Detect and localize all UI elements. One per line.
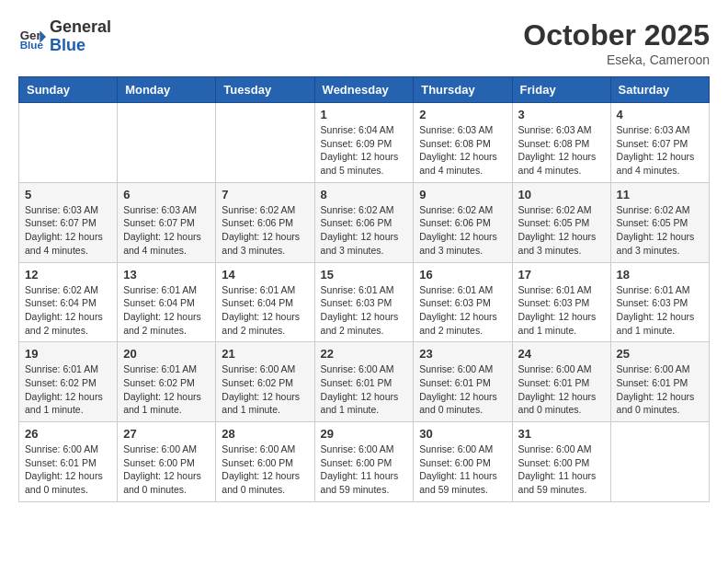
calendar-cell: 14Sunrise: 6:01 AM Sunset: 6:04 PM Dayli… [216, 262, 314, 342]
day-info: Sunrise: 6:00 AM Sunset: 6:00 PM Dayligh… [222, 442, 308, 497]
week-row-3: 12Sunrise: 6:02 AM Sunset: 6:04 PM Dayli… [19, 262, 710, 342]
page-header: Gen Blue General Blue October 2025 Eseka… [18, 18, 710, 67]
calendar-cell: 9Sunrise: 6:02 AM Sunset: 6:06 PM Daylig… [414, 182, 512, 262]
calendar-cell [216, 103, 314, 183]
day-info: Sunrise: 6:03 AM Sunset: 6:07 PM Dayligh… [25, 203, 111, 258]
day-number: 10 [518, 188, 605, 201]
logo-text: General Blue [50, 18, 111, 55]
day-number: 31 [518, 427, 605, 441]
day-info: Sunrise: 6:00 AM Sunset: 6:01 PM Dayligh… [321, 362, 408, 417]
day-number: 13 [123, 268, 210, 282]
day-number: 29 [321, 427, 408, 441]
col-header-friday: Friday [512, 77, 610, 103]
day-info: Sunrise: 6:02 AM Sunset: 6:05 PM Dayligh… [518, 203, 605, 258]
calendar-cell [610, 422, 709, 502]
calendar-cell [118, 103, 216, 183]
day-info: Sunrise: 6:03 AM Sunset: 6:08 PM Dayligh… [518, 123, 605, 178]
day-info: Sunrise: 6:00 AM Sunset: 6:00 PM Dayligh… [123, 442, 210, 497]
calendar-cell: 17Sunrise: 6:01 AM Sunset: 6:03 PM Dayli… [512, 262, 610, 342]
calendar-header-row: SundayMondayTuesdayWednesdayThursdayFrid… [19, 77, 710, 103]
day-number: 27 [123, 427, 210, 441]
day-info: Sunrise: 6:01 AM Sunset: 6:03 PM Dayligh… [518, 283, 605, 338]
day-info: Sunrise: 6:01 AM Sunset: 6:04 PM Dayligh… [123, 283, 210, 338]
calendar-cell: 12Sunrise: 6:02 AM Sunset: 6:04 PM Dayli… [19, 262, 118, 342]
day-number: 14 [222, 268, 308, 282]
day-info: Sunrise: 6:03 AM Sunset: 6:08 PM Dayligh… [419, 123, 506, 178]
calendar-cell: 29Sunrise: 6:00 AM Sunset: 6:00 PM Dayli… [314, 422, 414, 502]
day-number: 4 [617, 108, 703, 121]
day-number: 16 [419, 268, 506, 282]
day-number: 7 [222, 188, 308, 201]
calendar-cell: 2Sunrise: 6:03 AM Sunset: 6:08 PM Daylig… [414, 103, 512, 183]
day-info: Sunrise: 6:02 AM Sunset: 6:06 PM Dayligh… [222, 203, 308, 258]
day-number: 5 [25, 188, 111, 201]
day-number: 20 [123, 347, 210, 361]
logo-icon: Gen Blue [18, 23, 46, 51]
col-header-tuesday: Tuesday [216, 77, 314, 103]
day-info: Sunrise: 6:00 AM Sunset: 6:00 PM Dayligh… [419, 442, 506, 497]
day-number: 15 [321, 268, 408, 282]
day-info: Sunrise: 6:00 AM Sunset: 6:00 PM Dayligh… [321, 442, 408, 497]
day-number: 12 [25, 268, 111, 282]
calendar-cell: 27Sunrise: 6:00 AM Sunset: 6:00 PM Dayli… [118, 422, 216, 502]
day-number: 2 [419, 108, 506, 121]
day-number: 6 [123, 188, 210, 201]
day-number: 19 [25, 347, 111, 361]
day-info: Sunrise: 6:00 AM Sunset: 6:01 PM Dayligh… [518, 362, 605, 417]
day-info: Sunrise: 6:00 AM Sunset: 6:00 PM Dayligh… [518, 442, 605, 497]
day-number: 17 [518, 268, 605, 282]
day-number: 22 [321, 347, 408, 361]
calendar-cell: 22Sunrise: 6:00 AM Sunset: 6:01 PM Dayli… [314, 342, 414, 422]
day-number: 28 [222, 427, 308, 441]
calendar-cell: 28Sunrise: 6:00 AM Sunset: 6:00 PM Dayli… [216, 422, 314, 502]
day-info: Sunrise: 6:02 AM Sunset: 6:06 PM Dayligh… [419, 203, 506, 258]
calendar-cell: 30Sunrise: 6:00 AM Sunset: 6:00 PM Dayli… [414, 422, 512, 502]
day-number: 8 [321, 188, 408, 201]
col-header-thursday: Thursday [414, 77, 512, 103]
logo-bottom: Blue [50, 37, 111, 55]
calendar-cell: 15Sunrise: 6:01 AM Sunset: 6:03 PM Dayli… [314, 262, 414, 342]
day-info: Sunrise: 6:02 AM Sunset: 6:06 PM Dayligh… [321, 203, 408, 258]
day-number: 25 [617, 347, 703, 361]
title-block: October 2025 Eseka, Cameroon [523, 18, 710, 67]
calendar-cell [19, 103, 118, 183]
day-info: Sunrise: 6:01 AM Sunset: 6:03 PM Dayligh… [321, 283, 408, 338]
calendar-cell: 23Sunrise: 6:00 AM Sunset: 6:01 PM Dayli… [414, 342, 512, 422]
day-number: 3 [518, 108, 605, 121]
calendar-cell: 25Sunrise: 6:00 AM Sunset: 6:01 PM Dayli… [610, 342, 709, 422]
month-title: October 2025 [523, 18, 710, 52]
calendar-cell: 21Sunrise: 6:00 AM Sunset: 6:02 PM Dayli… [216, 342, 314, 422]
col-header-saturday: Saturday [610, 77, 709, 103]
calendar-cell: 16Sunrise: 6:01 AM Sunset: 6:03 PM Dayli… [414, 262, 512, 342]
week-row-4: 19Sunrise: 6:01 AM Sunset: 6:02 PM Dayli… [19, 342, 710, 422]
calendar-cell: 19Sunrise: 6:01 AM Sunset: 6:02 PM Dayli… [19, 342, 118, 422]
calendar-cell: 8Sunrise: 6:02 AM Sunset: 6:06 PM Daylig… [314, 182, 414, 262]
day-info: Sunrise: 6:01 AM Sunset: 6:03 PM Dayligh… [419, 283, 506, 338]
day-number: 23 [419, 347, 506, 361]
day-number: 30 [419, 427, 506, 441]
logo-top: General [50, 18, 111, 37]
day-info: Sunrise: 6:01 AM Sunset: 6:02 PM Dayligh… [25, 362, 111, 417]
day-info: Sunrise: 6:03 AM Sunset: 6:07 PM Dayligh… [617, 123, 703, 178]
col-header-wednesday: Wednesday [314, 77, 414, 103]
col-header-monday: Monday [118, 77, 216, 103]
day-number: 24 [518, 347, 605, 361]
day-info: Sunrise: 6:00 AM Sunset: 6:01 PM Dayligh… [419, 362, 506, 417]
calendar-cell: 11Sunrise: 6:02 AM Sunset: 6:05 PM Dayli… [610, 182, 709, 262]
calendar-cell: 10Sunrise: 6:02 AM Sunset: 6:05 PM Dayli… [512, 182, 610, 262]
day-info: Sunrise: 6:00 AM Sunset: 6:01 PM Dayligh… [617, 362, 703, 417]
day-info: Sunrise: 6:00 AM Sunset: 6:01 PM Dayligh… [25, 442, 111, 497]
calendar-cell: 3Sunrise: 6:03 AM Sunset: 6:08 PM Daylig… [512, 103, 610, 183]
week-row-2: 5Sunrise: 6:03 AM Sunset: 6:07 PM Daylig… [19, 182, 710, 262]
col-header-sunday: Sunday [19, 77, 118, 103]
calendar-cell: 1Sunrise: 6:04 AM Sunset: 6:09 PM Daylig… [314, 103, 414, 183]
day-info: Sunrise: 6:02 AM Sunset: 6:04 PM Dayligh… [25, 283, 111, 338]
day-number: 9 [419, 188, 506, 201]
calendar-table: SundayMondayTuesdayWednesdayThursdayFrid… [18, 76, 710, 502]
day-number: 26 [25, 427, 111, 441]
day-info: Sunrise: 6:00 AM Sunset: 6:02 PM Dayligh… [222, 362, 308, 417]
calendar-cell: 6Sunrise: 6:03 AM Sunset: 6:07 PM Daylig… [118, 182, 216, 262]
day-number: 11 [617, 188, 703, 201]
logo: Gen Blue General Blue [18, 18, 111, 55]
location: Eseka, Cameroon [523, 52, 710, 67]
